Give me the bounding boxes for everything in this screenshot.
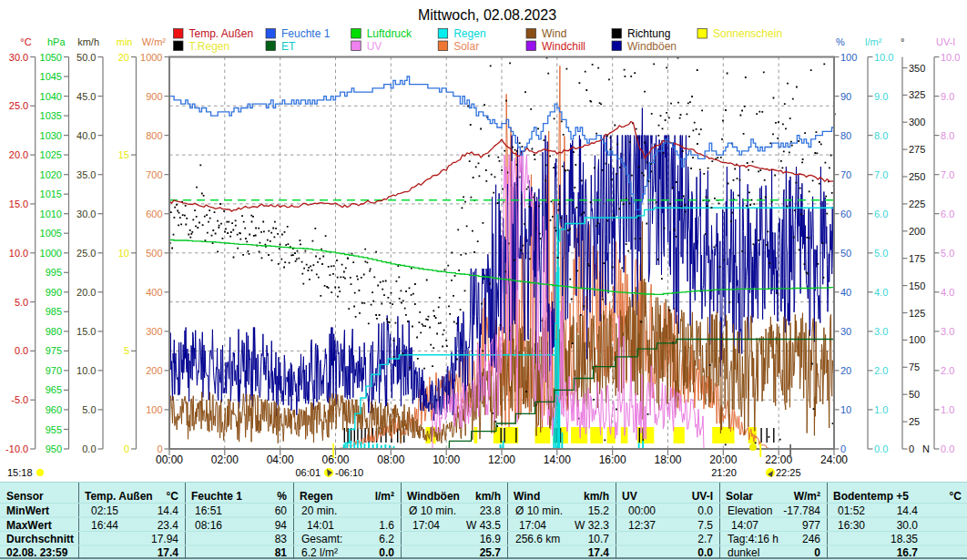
svg-text:00:00: 00:00	[156, 453, 183, 466]
svg-text:Mittwoch, 02.08.2023: Mittwoch, 02.08.2023	[418, 7, 556, 23]
svg-text:0.0: 0.0	[82, 443, 96, 454]
svg-text:Solar: Solar	[726, 490, 753, 503]
svg-text:-17.784: -17.784	[783, 504, 820, 517]
svg-text:83: 83	[275, 533, 288, 545]
svg-text:4.0: 4.0	[941, 287, 954, 298]
svg-text:100: 100	[146, 404, 162, 415]
svg-text:Regen: Regen	[300, 490, 333, 503]
svg-text:0: 0	[909, 443, 914, 454]
svg-text:300: 300	[146, 326, 162, 337]
svg-text:UV: UV	[622, 490, 637, 503]
svg-text:2.0: 2.0	[941, 365, 954, 376]
svg-text:980: 980	[46, 326, 62, 337]
svg-text:Luftdruck: Luftdruck	[367, 27, 412, 40]
svg-text:UV-I: UV-I	[936, 36, 955, 47]
svg-text:22:00: 22:00	[765, 453, 792, 466]
svg-text:0.0: 0.0	[697, 546, 713, 559]
svg-text:0.0: 0.0	[379, 546, 394, 559]
svg-text:Temp. Außen: Temp. Außen	[189, 27, 254, 40]
svg-text:5.0: 5.0	[874, 248, 888, 259]
svg-text:25.0: 25.0	[9, 100, 28, 111]
svg-text:10: 10	[118, 248, 129, 259]
svg-text:25.0: 25.0	[76, 248, 96, 259]
svg-text:MinWert: MinWert	[6, 504, 49, 517]
svg-text:1.6: 1.6	[379, 519, 394, 532]
svg-text:990: 990	[46, 287, 62, 298]
svg-text:10.7: 10.7	[588, 533, 610, 545]
svg-text:25.7: 25.7	[480, 546, 502, 559]
svg-text:ET: ET	[281, 40, 296, 53]
svg-text:256.6 km: 256.6 km	[515, 533, 560, 545]
svg-text:17.4: 17.4	[158, 546, 179, 559]
svg-text:2.7: 2.7	[697, 533, 713, 545]
svg-text:985: 985	[46, 306, 62, 317]
svg-text:600: 600	[146, 209, 162, 219]
svg-text:Wind: Wind	[542, 27, 566, 40]
svg-text:970: 970	[46, 365, 62, 376]
svg-text:16:00: 16:00	[599, 453, 626, 466]
svg-text:Bodentemp +5: Bodentemp +5	[833, 490, 909, 503]
svg-text:km/h: km/h	[475, 490, 501, 503]
svg-text:Regen: Regen	[453, 27, 485, 40]
svg-text:20.0: 20.0	[76, 287, 96, 298]
svg-text:100: 100	[909, 334, 925, 345]
svg-text:Tag:4:16 h: Tag:4:16 h	[728, 533, 779, 545]
svg-text:10.0: 10.0	[76, 365, 96, 376]
svg-text:225: 225	[909, 199, 925, 209]
svg-text:0.0: 0.0	[15, 345, 28, 356]
svg-text:Elevation: Elevation	[728, 504, 772, 517]
svg-text:1020: 1020	[40, 169, 62, 180]
svg-text:16:44: 16:44	[91, 519, 118, 532]
svg-text:0.0: 0.0	[874, 443, 888, 454]
svg-text:-10.0: -10.0	[5, 443, 28, 454]
svg-text:0: 0	[124, 443, 129, 454]
svg-text:40.0: 40.0	[76, 130, 96, 141]
svg-text:W/m²: W/m²	[794, 490, 820, 503]
svg-text:hPa: hPa	[47, 36, 66, 47]
svg-text:0.0: 0.0	[697, 504, 713, 517]
svg-text:60: 60	[275, 504, 288, 517]
svg-text:7.0: 7.0	[941, 169, 954, 180]
svg-text:02:00: 02:00	[211, 453, 239, 466]
svg-text:250: 250	[909, 171, 925, 182]
svg-text:2.0: 2.0	[874, 365, 888, 376]
svg-text:15:18: 15:18	[7, 467, 33, 478]
svg-text:40: 40	[840, 287, 851, 298]
svg-text:6.0: 6.0	[941, 209, 954, 219]
svg-text:1015: 1015	[40, 188, 62, 199]
svg-text:350: 350	[909, 63, 925, 74]
svg-text:300: 300	[909, 117, 925, 127]
svg-text:Windböen: Windböen	[407, 490, 460, 503]
svg-text:800: 800	[146, 130, 162, 141]
svg-text:955: 955	[46, 424, 62, 435]
svg-text:960: 960	[46, 404, 62, 415]
svg-text:W 32.3: W 32.3	[575, 519, 609, 532]
svg-text:l/m²: l/m²	[865, 36, 882, 47]
svg-text:23.4: 23.4	[158, 519, 179, 532]
svg-text:50.0: 50.0	[76, 52, 96, 63]
svg-text:23.8: 23.8	[480, 504, 502, 517]
svg-text:Durchschnitt: Durchschnitt	[6, 533, 74, 545]
svg-text:1050: 1050	[40, 52, 62, 63]
svg-text:W/m²: W/m²	[142, 36, 167, 47]
svg-text:45.0: 45.0	[76, 91, 96, 102]
svg-text:0.0: 0.0	[941, 443, 954, 454]
svg-text:Ø 10 min.: Ø 10 min.	[409, 504, 456, 517]
svg-text:60: 60	[840, 209, 851, 219]
svg-text:24:00: 24:00	[820, 453, 848, 466]
svg-text:17:04: 17:04	[519, 519, 546, 532]
svg-text:12:00: 12:00	[488, 453, 515, 466]
svg-text:25: 25	[909, 416, 920, 427]
svg-text:18:00: 18:00	[654, 453, 681, 466]
svg-text:00:00: 00:00	[628, 504, 656, 517]
svg-text:1010: 1010	[40, 209, 62, 219]
svg-text:1045: 1045	[40, 71, 62, 82]
svg-text:5: 5	[124, 345, 129, 356]
svg-text:km/h: km/h	[77, 36, 99, 47]
svg-text:Temp. Außen: Temp. Außen	[85, 490, 153, 503]
svg-text:70: 70	[840, 169, 851, 180]
svg-text:10.0: 10.0	[9, 248, 28, 259]
svg-text:94: 94	[275, 519, 288, 532]
svg-text:22:25: 22:25	[776, 467, 801, 478]
svg-text:950: 950	[46, 443, 62, 454]
